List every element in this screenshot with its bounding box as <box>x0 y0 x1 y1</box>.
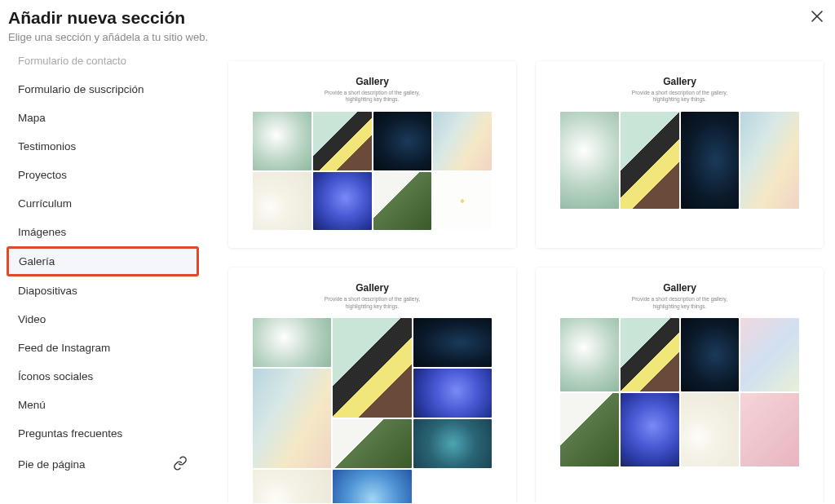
gallery-tile <box>740 318 799 391</box>
card-subtitle: Provide a short description of the galle… <box>253 296 492 310</box>
sidebar-item-label: Menú <box>18 399 46 411</box>
sidebar-item-pie-de-p-gina[interactable]: Pie de página <box>7 448 199 481</box>
gallery-tile <box>433 172 492 231</box>
sidebar-item--conos-sociales[interactable]: Íconos sociales <box>7 362 199 391</box>
gallery-tile <box>681 393 740 466</box>
gallery-tile <box>333 470 411 503</box>
sidebar-item-men-[interactable]: Menú <box>7 391 199 419</box>
card-title: Gallery <box>560 76 799 87</box>
sidebar-item-feed-de-instagram[interactable]: Feed de Instagram <box>7 334 199 362</box>
card-subtitle: Provide a short description of the galle… <box>253 90 492 104</box>
dialog-content: Formulario de contactoFormulario de susc… <box>0 53 835 503</box>
sidebar: Formulario de contactoFormulario de susc… <box>0 53 209 503</box>
gallery-tile <box>313 172 372 231</box>
gallery-preview <box>560 318 799 466</box>
gallery-tile <box>740 112 799 210</box>
sidebar-item-preguntas-frecuentes[interactable]: Preguntas frecuentes <box>7 419 199 448</box>
main-area[interactable]: GalleryProvide a short description of th… <box>209 53 835 503</box>
sidebar-item-label: Formulario de suscripción <box>18 83 144 95</box>
gallery-tile <box>560 112 619 210</box>
gallery-template-card[interactable]: GalleryProvide a short description of th… <box>228 61 516 248</box>
sidebar-item-label: Mapa <box>18 112 46 124</box>
cards-grid: GalleryProvide a short description of th… <box>228 61 824 503</box>
gallery-tile <box>681 318 740 391</box>
gallery-tile <box>333 318 411 418</box>
sidebar-item-testimonios[interactable]: Testimonios <box>7 132 199 161</box>
gallery-tile <box>253 318 331 367</box>
sidebar-item-label: Galería <box>19 255 55 267</box>
gallery-tile <box>621 318 679 391</box>
sidebar-item-label: Formulario de contacto <box>18 55 126 67</box>
sidebar-item-label: Preguntas frecuentes <box>18 427 122 440</box>
gallery-tile <box>253 112 311 170</box>
sidebar-item-im-genes[interactable]: Imágenes <box>7 218 199 246</box>
gallery-tile <box>560 318 619 391</box>
gallery-tile <box>740 393 799 466</box>
sidebar-item-video[interactable]: Video <box>7 305 199 334</box>
card-title: Gallery <box>253 76 492 87</box>
gallery-tile <box>413 369 492 418</box>
close-button[interactable] <box>807 8 827 28</box>
gallery-preview <box>560 112 799 210</box>
gallery-tile <box>253 172 311 231</box>
gallery-tile <box>373 112 432 170</box>
sidebar-item-label: Diapositivas <box>18 285 77 297</box>
gallery-tile <box>253 369 331 468</box>
sidebar-item-formulario-de-suscripci-n[interactable]: Formulario de suscripción <box>7 75 199 104</box>
sidebar-item-curr-culum[interactable]: Currículum <box>7 189 199 218</box>
sidebar-item-label: Pie de página <box>18 458 86 471</box>
gallery-tile <box>313 112 372 170</box>
dialog-header: Añadir nueva sección Elige una sección y… <box>0 0 835 53</box>
dialog-title: Añadir nueva sección <box>8 8 208 28</box>
card-subtitle: Provide a short description of the galle… <box>560 296 799 310</box>
sidebar-item-formulario-de-contacto[interactable]: Formulario de contacto <box>7 53 199 75</box>
gallery-tile <box>560 393 619 466</box>
gallery-template-card[interactable]: GalleryProvide a short description of th… <box>536 267 824 503</box>
gallery-tile <box>333 419 411 468</box>
sidebar-item-diapositivas[interactable]: Diapositivas <box>7 276 199 305</box>
gallery-template-card[interactable]: GalleryProvide a short description of th… <box>536 61 824 248</box>
card-title: Gallery <box>253 282 492 294</box>
gallery-template-card[interactable]: GalleryProvide a short description of th… <box>228 267 516 503</box>
sidebar-item-proyectos[interactable]: Proyectos <box>7 161 199 189</box>
dialog-subtitle: Elige una sección y añádela a tu sitio w… <box>8 31 208 43</box>
sidebar-item-label: Proyectos <box>18 169 67 181</box>
sidebar-item-label: Testimonios <box>18 140 76 153</box>
sidebar-item-galer-a[interactable]: Galería <box>7 246 199 276</box>
gallery-tile <box>681 112 740 210</box>
gallery-tile <box>433 112 492 170</box>
sidebar-list[interactable]: Formulario de contactoFormulario de susc… <box>7 53 202 503</box>
card-title: Gallery <box>560 282 799 294</box>
gallery-tile <box>373 172 432 231</box>
gallery-tile <box>621 112 679 210</box>
sidebar-item-label: Imágenes <box>18 226 66 238</box>
gallery-preview <box>253 318 492 503</box>
gallery-tile <box>253 470 331 503</box>
sidebar-item-label: Video <box>18 313 46 325</box>
sidebar-item-mapa[interactable]: Mapa <box>7 104 199 132</box>
gallery-tile <box>413 419 492 468</box>
header-top-row: Añadir nueva sección Elige una sección y… <box>8 8 827 53</box>
gallery-tile <box>413 318 492 367</box>
close-icon <box>811 10 824 26</box>
gallery-preview <box>253 112 492 231</box>
card-subtitle: Provide a short description of the galle… <box>560 90 799 104</box>
link-icon <box>173 456 188 473</box>
gallery-tile <box>621 393 679 466</box>
sidebar-item-label: Feed de Instagram <box>18 342 110 354</box>
sidebar-item-label: Íconos sociales <box>18 370 93 382</box>
header-text: Añadir nueva sección Elige una sección y… <box>8 8 208 53</box>
sidebar-item-label: Currículum <box>18 197 72 210</box>
